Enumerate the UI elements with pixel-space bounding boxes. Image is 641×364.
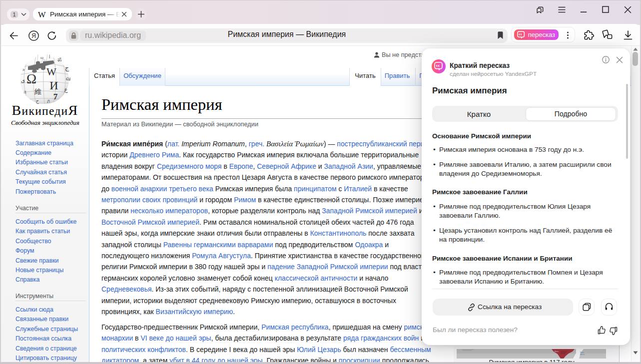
svg-text:ԯ: ԯ [24, 89, 26, 94]
svg-text:Ω: Ω [26, 71, 36, 86]
svg-text:Я: Я [31, 32, 36, 39]
svg-text:Adriat.: Adriat. [580, 354, 585, 356]
svg-text:ی: ی [21, 77, 25, 83]
svg-text:ع: ع [64, 86, 68, 93]
svg-text:ഖ: ഖ [65, 76, 70, 81]
svg-text:أ: أ [49, 54, 50, 59]
svg-text:W: W [46, 66, 56, 78]
svg-text:ə: ə [22, 67, 24, 72]
svg-text:7: 7 [53, 92, 58, 101]
svg-text:ج: ج [65, 64, 69, 72]
svg-text:ω: ω [40, 55, 43, 60]
svg-text:ॐ: ॐ [57, 57, 62, 62]
svg-text:維: 維 [34, 88, 41, 95]
svg-text:И: И [49, 79, 58, 92]
svg-text:Roma: Roma [555, 351, 559, 353]
